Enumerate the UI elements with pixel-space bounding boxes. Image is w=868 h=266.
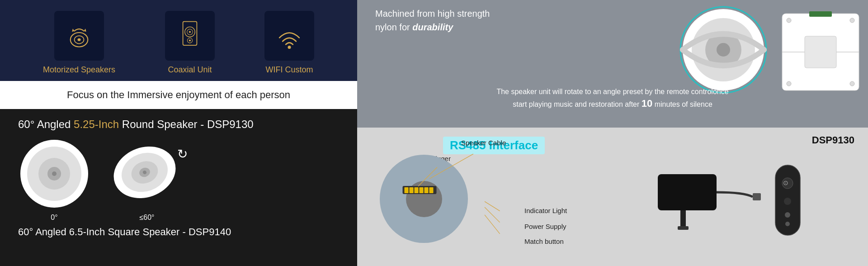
- angled-speaker-svg: [108, 138, 181, 208]
- svg-rect-41: [680, 210, 686, 228]
- angled-speaker-container: ↻ ≤60°: [108, 138, 185, 222]
- indicator-light-container: Indicator Light: [524, 207, 567, 215]
- coaxial-unit-icon: [174, 20, 206, 52]
- durability-bold: durability: [412, 22, 453, 32]
- speaker-cable-label: Speaker Cable: [461, 139, 506, 147]
- bottom-dark-section: 60° Angled 5.25-Inch Round Speaker - DSP…: [0, 109, 357, 266]
- icon-item-motorized: Motorized Speakers: [43, 11, 115, 79]
- round-speaker-right-svg: [678, 5, 769, 95]
- icon-item-wifi: WIFI Custom: [264, 11, 314, 79]
- wifi-icon-box: [264, 11, 314, 61]
- svg-point-32: [850, 18, 854, 23]
- svg-rect-42: [678, 226, 689, 230]
- svg-point-48: [785, 222, 790, 226]
- svg-point-47: [785, 212, 790, 218]
- svg-rect-28: [809, 11, 832, 17]
- speaker-cable-label-container: Speaker Cable: [461, 139, 506, 147]
- flat-speaker-svg: [18, 138, 90, 210]
- svg-point-26: [717, 43, 730, 57]
- speaker1-title: 60° Angled 5.25-Inch Round Speaker - DSP…: [18, 118, 339, 131]
- coaxial-icon-box: [165, 11, 215, 61]
- svg-point-2: [78, 38, 81, 41]
- svg-rect-43: [753, 193, 761, 200]
- rotation-text1: The speaker unit will rotate to an angle…: [454, 86, 771, 98]
- durability-line1: Machined from high strength: [375, 9, 490, 19]
- svg-point-11: [288, 46, 291, 49]
- accessories-area: ⊙: [606, 143, 854, 259]
- motorized-speakers-icon: [63, 20, 95, 52]
- wifi-custom-icon: [274, 20, 305, 52]
- svg-line-39: [485, 215, 500, 234]
- pin6: [429, 187, 433, 193]
- svg-point-33: [787, 81, 791, 86]
- svg-rect-30: [805, 36, 836, 68]
- icons-row: Motorized Speakers Coaxial Unit: [0, 0, 357, 79]
- indicator-light-label: Indicator Light: [524, 207, 567, 214]
- speakers-images: 0° ↻: [18, 138, 339, 222]
- icon-item-coaxial: Coaxial Unit: [165, 11, 215, 79]
- diagram-area: RS485 Interface Speaker Cable Trigger: [371, 134, 597, 247]
- svg-point-31: [787, 18, 791, 23]
- match-button-label: Match button: [524, 238, 564, 245]
- banner-text: Focus on the Immersive enjoyment of each…: [67, 89, 290, 101]
- pin2: [409, 187, 413, 193]
- svg-line-37: [485, 201, 500, 211]
- dsp-label: DSP9130: [812, 134, 854, 146]
- svg-text:⊙: ⊙: [783, 179, 788, 186]
- svg-point-46: [784, 198, 791, 205]
- pin5: [424, 187, 428, 193]
- motorized-speakers-label: Motorized Speakers: [43, 65, 115, 79]
- speaker2-highlight: 6.5-Inch: [69, 226, 105, 238]
- power-supply-label: Power Supply: [524, 223, 566, 230]
- speaker1-prefix: 60° Angled: [18, 118, 74, 130]
- connector-strip: [402, 186, 436, 194]
- svg-point-8: [189, 31, 191, 33]
- durability-line2: nylon for: [375, 22, 412, 32]
- svg-point-16: [52, 171, 57, 176]
- speaker2-prefix: 60° Angled: [18, 226, 69, 238]
- pin3: [414, 187, 418, 193]
- flat-speaker-container: 0°: [18, 138, 90, 222]
- speaker1-suffix: Round Speaker - DSP9130: [119, 118, 254, 130]
- pin4: [419, 187, 423, 193]
- round-speaker-container: [678, 5, 769, 95]
- svg-point-34: [850, 81, 854, 86]
- right-bottom-section: DSP9130 RS485 Interface Speaker Cable Tr…: [357, 128, 868, 266]
- rotation-text2: start playing music and restoration afte…: [454, 98, 771, 109]
- rotation-description: The speaker unit will rotate to an angle…: [454, 86, 771, 109]
- svg-point-10: [189, 39, 191, 41]
- wifi-custom-label: WIFI Custom: [265, 65, 313, 79]
- speaker2-title: 60° Angled 6.5-Inch Square Speaker - DSP…: [18, 226, 339, 238]
- silence-minutes: 10: [642, 98, 652, 109]
- svg-rect-40: [658, 174, 717, 210]
- svg-line-38: [485, 207, 500, 223]
- rotation-arrow-icon: ↻: [177, 147, 188, 162]
- left-panel: Motorized Speakers Coaxial Unit: [0, 0, 357, 266]
- coaxial-unit-label: Coaxial Unit: [168, 65, 212, 79]
- right-panel: Machined from high strength nylon for du…: [357, 0, 868, 266]
- right-top-section: Machined from high strength nylon for du…: [357, 0, 868, 128]
- white-banner: Focus on the Immersive enjoyment of each…: [0, 79, 357, 109]
- durability-text: Machined from high strength nylon for du…: [375, 7, 490, 34]
- speaker2-suffix: Square Speaker - DSP9140: [105, 226, 231, 238]
- speaker-diagram-circle: [380, 155, 468, 243]
- speaker1-highlight: 5.25-Inch: [74, 118, 119, 130]
- box-speaker-right-svg: [778, 9, 863, 95]
- angle-0-label: 0°: [51, 214, 57, 222]
- angle-60-label: ≤60°: [140, 214, 155, 222]
- match-button-container: Match button: [524, 238, 564, 246]
- accessories-svg: ⊙: [653, 156, 807, 247]
- motorized-icon-box: [54, 11, 104, 61]
- box-speaker-container: [778, 9, 863, 100]
- power-supply-container: Power Supply: [524, 223, 566, 231]
- pin1: [404, 187, 408, 193]
